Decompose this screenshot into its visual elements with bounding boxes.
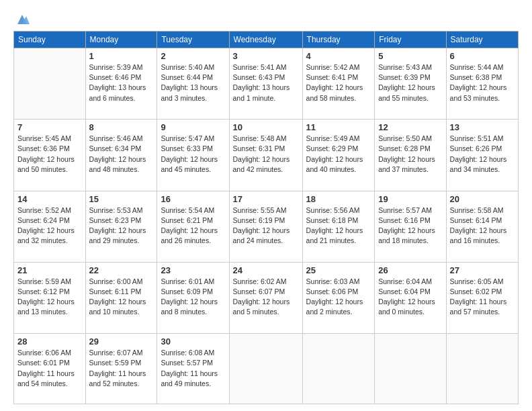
day-info: Sunrise: 6:01 AMSunset: 6:09 PMDaylight:… [161,277,225,318]
day-info: Sunrise: 5:52 AMSunset: 6:24 PMDaylight:… [17,205,82,246]
calendar-cell: 7Sunrise: 5:45 AMSunset: 6:36 PMDaylight… [14,120,86,191]
calendar-cell [229,334,302,404]
day-info: Sunrise: 5:48 AMSunset: 6:31 PMDaylight:… [233,134,299,175]
day-number: 7 [17,122,82,132]
day-number: 11 [306,122,371,132]
day-number: 10 [233,122,299,132]
calendar-cell: 8Sunrise: 5:46 AMSunset: 6:34 PMDaylight… [85,120,157,191]
calendar-cell: 3Sunrise: 5:41 AMSunset: 6:43 PMDaylight… [229,48,302,120]
day-number: 9 [161,122,225,132]
day-number: 18 [306,194,371,204]
calendar-cell: 21Sunrise: 5:59 AMSunset: 6:12 PMDayligh… [14,262,86,333]
day-number: 1 [89,51,154,61]
day-number: 23 [161,265,225,275]
day-number: 16 [161,194,225,204]
day-number: 30 [161,336,225,347]
day-info: Sunrise: 5:58 AMSunset: 6:14 PMDaylight:… [450,205,515,246]
calendar-cell: 28Sunrise: 6:06 AMSunset: 6:01 PMDayligh… [14,334,86,404]
calendar-cell: 18Sunrise: 5:56 AMSunset: 6:18 PMDayligh… [302,191,375,262]
day-number: 4 [306,51,371,61]
calendar-cell: 30Sunrise: 6:08 AMSunset: 5:57 PMDayligh… [157,334,229,404]
day-info: Sunrise: 6:05 AMSunset: 6:02 PMDaylight:… [450,277,515,318]
day-info: Sunrise: 5:39 AMSunset: 6:46 PMDaylight:… [89,62,154,103]
calendar-cell [375,334,446,404]
day-info: Sunrise: 6:02 AMSunset: 6:07 PMDaylight:… [233,277,299,318]
day-info: Sunrise: 5:44 AMSunset: 6:38 PMDaylight:… [450,62,515,103]
day-info: Sunrise: 5:55 AMSunset: 6:19 PMDaylight:… [233,205,299,246]
day-info: Sunrise: 5:45 AMSunset: 6:36 PMDaylight:… [17,134,82,175]
page: SundayMondayTuesdayWednesdayThursdayFrid… [0,0,532,411]
day-number: 5 [378,51,442,61]
calendar-cell: 13Sunrise: 5:51 AMSunset: 6:26 PMDayligh… [446,120,518,191]
day-number: 6 [450,51,515,61]
weekday-header: Sunday [14,32,86,48]
calendar-cell: 1Sunrise: 5:39 AMSunset: 6:46 PMDaylight… [85,48,157,120]
weekday-header: Saturday [446,32,518,48]
day-info: Sunrise: 5:57 AMSunset: 6:16 PMDaylight:… [378,205,442,246]
logo-icon [15,12,30,27]
day-info: Sunrise: 6:07 AMSunset: 5:59 PMDaylight:… [89,348,154,389]
day-number: 14 [17,194,82,204]
calendar-cell: 17Sunrise: 5:55 AMSunset: 6:19 PMDayligh… [229,191,302,262]
day-number: 26 [378,265,442,275]
day-number: 29 [89,336,154,347]
calendar-cell: 29Sunrise: 6:07 AMSunset: 5:59 PMDayligh… [85,334,157,404]
day-info: Sunrise: 5:56 AMSunset: 6:18 PMDaylight:… [306,205,371,246]
day-number: 3 [233,51,299,61]
calendar-cell: 23Sunrise: 6:01 AMSunset: 6:09 PMDayligh… [157,262,229,333]
header [13,12,519,26]
day-info: Sunrise: 6:06 AMSunset: 6:01 PMDaylight:… [17,348,82,389]
day-number: 19 [378,194,442,204]
day-number: 21 [17,265,82,275]
calendar-cell: 22Sunrise: 6:00 AMSunset: 6:11 PMDayligh… [85,262,157,333]
calendar-cell [302,334,375,404]
day-info: Sunrise: 6:04 AMSunset: 6:04 PMDaylight:… [378,277,442,318]
weekday-header: Monday [85,32,157,48]
calendar-cell: 14Sunrise: 5:52 AMSunset: 6:24 PMDayligh… [14,191,86,262]
logo [13,12,30,26]
calendar-cell: 16Sunrise: 5:54 AMSunset: 6:21 PMDayligh… [157,191,229,262]
day-info: Sunrise: 5:40 AMSunset: 6:44 PMDaylight:… [161,62,225,103]
calendar-cell: 9Sunrise: 5:47 AMSunset: 6:33 PMDaylight… [157,120,229,191]
weekday-header: Tuesday [157,32,229,48]
day-number: 15 [89,194,154,204]
calendar-cell: 20Sunrise: 5:58 AMSunset: 6:14 PMDayligh… [446,191,518,262]
calendar-cell: 6Sunrise: 5:44 AMSunset: 6:38 PMDaylight… [446,48,518,120]
day-number: 12 [378,122,442,132]
calendar-cell [14,48,86,120]
weekday-header: Thursday [302,32,375,48]
day-number: 27 [450,265,515,275]
day-info: Sunrise: 6:00 AMSunset: 6:11 PMDaylight:… [89,277,154,318]
calendar-cell: 26Sunrise: 6:04 AMSunset: 6:04 PMDayligh… [375,262,446,333]
day-info: Sunrise: 5:47 AMSunset: 6:33 PMDaylight:… [161,134,225,175]
day-info: Sunrise: 5:43 AMSunset: 6:39 PMDaylight:… [378,62,442,103]
day-info: Sunrise: 5:46 AMSunset: 6:34 PMDaylight:… [89,134,154,175]
calendar-cell: 11Sunrise: 5:49 AMSunset: 6:29 PMDayligh… [302,120,375,191]
day-info: Sunrise: 5:49 AMSunset: 6:29 PMDaylight:… [306,134,371,175]
calendar-cell: 10Sunrise: 5:48 AMSunset: 6:31 PMDayligh… [229,120,302,191]
day-info: Sunrise: 5:50 AMSunset: 6:28 PMDaylight:… [378,134,442,175]
calendar-cell: 19Sunrise: 5:57 AMSunset: 6:16 PMDayligh… [375,191,446,262]
day-info: Sunrise: 6:08 AMSunset: 5:57 PMDaylight:… [161,348,225,389]
day-number: 25 [306,265,371,275]
day-info: Sunrise: 5:41 AMSunset: 6:43 PMDaylight:… [233,62,299,103]
calendar-cell: 24Sunrise: 6:02 AMSunset: 6:07 PMDayligh… [229,262,302,333]
day-number: 20 [450,194,515,204]
weekday-header: Wednesday [229,32,302,48]
day-info: Sunrise: 5:59 AMSunset: 6:12 PMDaylight:… [17,277,82,318]
day-info: Sunrise: 5:51 AMSunset: 6:26 PMDaylight:… [450,134,515,175]
calendar-cell: 27Sunrise: 6:05 AMSunset: 6:02 PMDayligh… [446,262,518,333]
day-info: Sunrise: 6:03 AMSunset: 6:06 PMDaylight:… [306,277,371,318]
day-number: 22 [89,265,154,275]
calendar-cell: 25Sunrise: 6:03 AMSunset: 6:06 PMDayligh… [302,262,375,333]
day-number: 24 [233,265,299,275]
day-info: Sunrise: 5:54 AMSunset: 6:21 PMDaylight:… [161,205,225,246]
calendar-cell: 4Sunrise: 5:42 AMSunset: 6:41 PMDaylight… [302,48,375,120]
calendar-cell: 15Sunrise: 5:53 AMSunset: 6:23 PMDayligh… [85,191,157,262]
day-number: 13 [450,122,515,132]
day-info: Sunrise: 5:53 AMSunset: 6:23 PMDaylight:… [89,205,154,246]
day-number: 17 [233,194,299,204]
calendar-cell: 2Sunrise: 5:40 AMSunset: 6:44 PMDaylight… [157,48,229,120]
day-number: 28 [17,336,82,347]
day-number: 8 [89,122,154,132]
